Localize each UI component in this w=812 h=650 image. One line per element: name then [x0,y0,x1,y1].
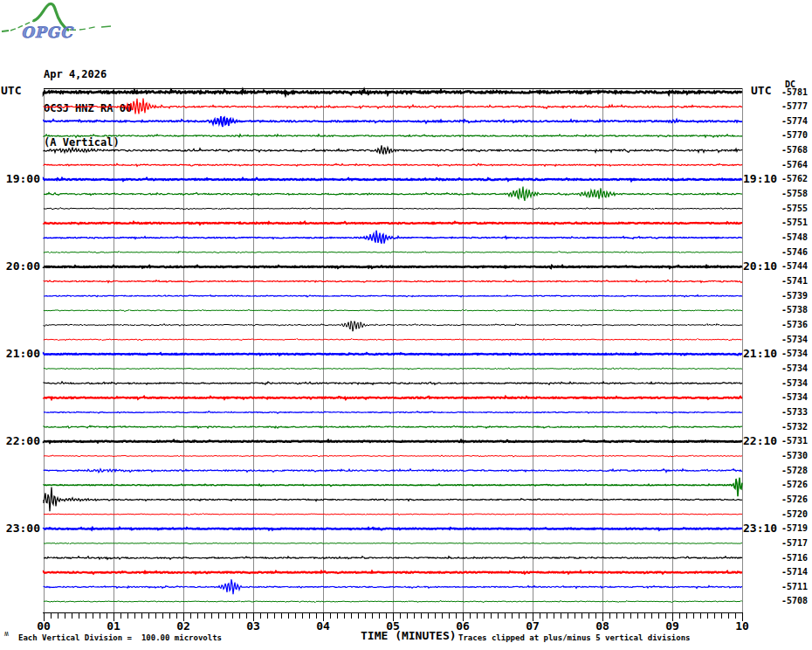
dc-value-21:20: -5734 [781,378,808,388]
hour-label-left-22:00: 22:00 [2,434,40,447]
x-axis-title: TIME (MINUTES) [361,629,457,642]
dc-value-21:10: -5734 [781,363,808,373]
hour-label-left-23:00: 23:00 [2,522,40,535]
x-axis-label-07: 07 [519,619,547,633]
x-axis-label-08: 08 [588,619,616,633]
dc-value-20:30: -5738 [781,305,808,315]
x-axis-label-02: 02 [169,619,197,633]
dc-value-18:50: -5764 [781,160,808,169]
hour-label-left-21:00: 21:00 [2,347,40,360]
dc-value-23:00: -5719 [781,523,808,533]
x-axis-label-01: 01 [100,619,127,633]
trace-21:00 [44,353,742,355]
dc-value-21:50: -5732 [781,422,808,432]
x-axis-label-09: 09 [658,619,686,633]
x-axis-label-10: 10 [728,619,756,633]
dc-value-23:50: -5708 [781,596,808,605]
hour-label-right-19:10: 19:10 [743,172,777,185]
dc-value-21:00: -5734 [781,349,808,358]
trace-23:00 [44,528,742,530]
dc-value-18:20: -5774 [781,116,808,126]
dc-value-23:20: -5716 [781,553,808,563]
hour-label-right-23:10: 23:10 [743,522,777,535]
dc-value-19:20: -5755 [781,204,808,213]
dc-value-22:00: -5731 [781,436,808,446]
trace-20:00 [44,266,742,268]
dc-value-18:00: -5781 [781,87,808,97]
dc-value-21:30: -5734 [781,392,808,402]
dc-value-20:40: -5736 [781,320,808,329]
dc-value-19:40: -5748 [781,232,808,242]
dc-value-20:00: -5744 [781,261,808,271]
dc-value-19:00: -5762 [781,174,808,183]
seismogram-plot [0,0,812,650]
hour-label-left-20:00: 20:00 [2,259,40,273]
dc-value-20:10: -5741 [781,276,808,286]
trace-22:00 [44,440,742,443]
x-axis-label-00: 00 [30,619,58,633]
x-axis-label-04: 04 [309,619,337,633]
dc-value-23:10: -5717 [781,538,808,548]
dc-value-19:30: -5751 [781,218,808,227]
x-axis-label-03: 03 [239,619,267,633]
dc-value-19:50: -5746 [781,247,808,257]
dc-value-18:30: -5770 [781,130,808,140]
dc-value-21:40: -5733 [781,407,808,417]
hour-label-left-19:00: 19:00 [2,172,40,185]
clip-note: Traces clipped at plus/minus 5 vertical … [458,633,691,642]
dc-value-23:30: -5714 [781,567,808,577]
dc-value-18:40: -5768 [781,145,808,155]
dc-value-19:10: -5758 [781,189,808,198]
dc-value-22:30: -5726 [781,480,808,489]
dc-value-20:20: -5739 [781,291,808,301]
corner-glyph: ʍ [4,630,9,638]
dc-value-23:40: -5711 [781,582,808,591]
dc-value-20:50: -5734 [781,335,808,344]
dc-value-22:40: -5726 [781,494,808,504]
scale-note: Each Vertical Division = 100.00 microvol… [18,633,222,642]
hour-label-right-20:10: 20:10 [743,259,777,273]
hour-label-right-21:10: 21:10 [743,347,777,360]
dc-value-22:50: -5720 [781,509,808,519]
dc-value-22:20: -5728 [781,466,808,475]
helicorder-page: OPGC Apr 4,2026 OCSJ HNZ RA 00 (A Vertic… [0,0,812,650]
dc-value-22:10: -5730 [781,451,808,460]
hour-label-right-22:10: 22:10 [743,434,777,447]
dc-value-18:10: -5777 [781,101,808,111]
